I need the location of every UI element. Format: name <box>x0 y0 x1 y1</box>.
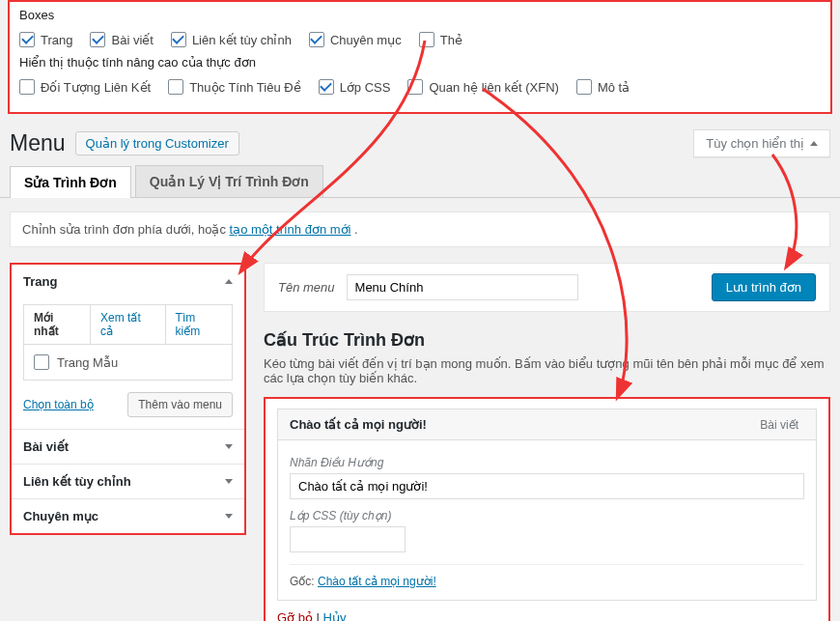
page-item-checkbox[interactable]: Trang Mẫu <box>34 354 222 370</box>
checkbox-icon <box>407 79 423 95</box>
mini-tab-recent[interactable]: Mới nhất <box>24 305 91 344</box>
info-bar: Chỉnh sửa trình đơn phía dưới, hoặc tạo … <box>10 212 830 247</box>
accordion-pages-title: Trang <box>23 274 57 289</box>
boxes-row: TrangBài viếtLiên kết tùy chỉnhChuyên mụ… <box>19 28 821 55</box>
accordion-posts-header[interactable]: Bài viết <box>12 430 244 464</box>
advanced-checkbox-label: Lớp CSS <box>340 80 391 95</box>
advanced-row: Đối Tượng Liên KếtThuộc Tính Tiêu ĐềLớp … <box>19 75 821 102</box>
add-to-menu-button[interactable]: Thêm vào menu <box>127 392 233 417</box>
checkbox-icon <box>19 79 35 95</box>
menu-editor-column: Tên menu Lưu trình đơn Cấu Trúc Trình Đơ… <box>264 263 830 621</box>
cancel-menu-item-link[interactable]: Hủy <box>323 610 347 621</box>
boxes-checkbox-0[interactable]: Trang <box>19 32 72 47</box>
menu-structure-desc: Kéo từng bài viết đến vị trí bạn mong mu… <box>264 356 830 385</box>
checkbox-icon <box>90 32 105 47</box>
tab-manage-locations[interactable]: Quản Lý Vị Trí Trình Đơn <box>135 165 323 197</box>
accordion-categories-header[interactable]: Chuyên mục <box>12 499 244 533</box>
boxes-checkbox-1[interactable]: Bài viết <box>90 32 153 47</box>
accordion-custom-links-header[interactable]: Liên kết tùy chỉnh <box>12 465 244 498</box>
nav-label-caption: Nhãn Điều Hướng <box>290 456 804 469</box>
menu-name-row: Tên menu Lưu trình đơn <box>264 263 830 312</box>
origin-link[interactable]: Chào tất cả mọi người! <box>318 575 436 588</box>
mini-panel: Trang Mẫu <box>23 344 233 381</box>
menu-structure-title: Cấu Trúc Trình Đơn <box>264 329 830 351</box>
advanced-checkbox-2[interactable]: Lớp CSS <box>319 79 391 95</box>
accordion-posts-title: Bài viết <box>23 439 69 454</box>
chevron-down-icon <box>225 479 233 484</box>
info-bar-text-prefix: Chỉnh sửa trình đơn phía dưới, hoặc <box>22 222 230 237</box>
accordion-pages-header[interactable]: Trang <box>12 265 244 298</box>
chevron-down-icon <box>225 444 233 449</box>
chevron-up-icon <box>225 279 233 284</box>
menu-item-actions: Gỡ bỏ | Hủy <box>277 610 817 621</box>
menu-item-header[interactable]: Chào tất cả mọi người! Bài viết <box>277 409 817 440</box>
mini-tabs: Mới nhất Xem tất cả Tìm kiếm <box>23 304 233 344</box>
boxes-checkbox-label: Liên kết tùy chỉnh <box>192 33 292 47</box>
chevron-up-icon <box>810 141 818 146</box>
advanced-checkbox-label: Quan hệ liên kết (XFN) <box>429 80 559 95</box>
menu-name-input[interactable] <box>347 274 578 300</box>
screen-options-toggle[interactable]: Tùy chọn hiển thị <box>693 129 830 157</box>
mini-tab-all[interactable]: Xem tất cả <box>91 305 166 344</box>
accordion-column: Trang Mới nhất Xem tất cả Tìm kiếm Trang… <box>10 263 246 535</box>
screen-options-panel: Boxes TrangBài viếtLiên kết tùy chỉnhChu… <box>8 0 832 114</box>
page-title: Menu <box>10 130 66 156</box>
boxes-checkbox-label: Bài viết <box>111 33 153 47</box>
checkbox-icon <box>171 32 186 47</box>
boxes-section-title: Boxes <box>19 8 821 22</box>
menu-name-label: Tên menu <box>278 280 335 295</box>
screen-options-toggle-label: Tùy chọn hiển thị <box>706 136 804 151</box>
menu-item-type: Bài viết <box>760 418 804 432</box>
accordion-posts: Bài viết <box>12 429 244 464</box>
origin-prefix: Gốc: <box>290 575 318 588</box>
advanced-checkbox-label: Mô tả <box>598 80 630 95</box>
menu-item-origin: Gốc: Chào tất cả mọi người! <box>290 564 804 588</box>
save-menu-button[interactable]: Lưu trình đơn <box>712 273 816 301</box>
checkbox-icon <box>34 354 49 370</box>
remove-menu-item-link[interactable]: Gỡ bỏ <box>277 610 313 621</box>
advanced-checkbox-3[interactable]: Quan hệ liên kết (XFN) <box>407 79 559 95</box>
tab-edit-menus[interactable]: Sửa Trình Đơn <box>10 166 131 198</box>
accordion-categories: Chuyên mục <box>12 498 244 533</box>
advanced-checkbox-0[interactable]: Đối Tượng Liên Kết <box>19 79 151 95</box>
checkbox-icon <box>168 79 183 95</box>
boxes-checkbox-label: Chuyên mục <box>330 33 402 47</box>
css-class-input[interactable] <box>290 526 406 552</box>
boxes-checkbox-4[interactable]: Thẻ <box>419 32 462 47</box>
chevron-down-icon <box>225 514 233 519</box>
accordion-categories-title: Chuyên mục <box>23 509 98 523</box>
info-bar-text-suffix: . <box>354 222 358 237</box>
advanced-checkbox-label: Đối Tượng Liên Kết <box>41 80 151 95</box>
main-columns: Trang Mới nhất Xem tất cả Tìm kiếm Trang… <box>0 247 840 621</box>
menu-item-body: Nhãn Điều Hướng Lớp CSS (tùy chọn) Gốc: … <box>277 440 817 601</box>
mini-tab-search[interactable]: Tìm kiếm <box>166 305 232 344</box>
checkbox-icon <box>319 79 334 95</box>
boxes-checkbox-label: Trang <box>41 33 72 47</box>
css-class-caption: Lớp CSS (tùy chọn) <box>290 509 804 522</box>
menu-item-title: Chào tất cả mọi người! <box>290 417 427 432</box>
menu-item: Chào tất cả mọi người! Bài viết Nhãn Điề… <box>264 397 830 621</box>
checkbox-icon <box>309 32 324 47</box>
advanced-section-title: Hiển thị thuộc tính nâng cao của thực đơ… <box>19 55 821 70</box>
create-menu-link[interactable]: tạo một trình đơn mới <box>230 222 351 237</box>
advanced-checkbox-label: Thuộc Tính Tiêu Đề <box>189 80 300 95</box>
nav-tabs: Sửa Trình Đơn Quản Lý Vị Trí Trình Đơn <box>0 165 840 198</box>
checkbox-icon <box>419 32 434 47</box>
accordion-custom-links-title: Liên kết tùy chỉnh <box>23 474 131 489</box>
boxes-checkbox-2[interactable]: Liên kết tùy chỉnh <box>171 32 292 47</box>
header-row: Menu Quản lý trong Customizer Tùy chọn h… <box>0 114 840 165</box>
accordion-pages: Trang Mới nhất Xem tất cả Tìm kiếm Trang… <box>12 265 244 429</box>
accordion-custom-links: Liên kết tùy chỉnh <box>12 464 244 498</box>
manage-customizer-button[interactable]: Quản lý trong Customizer <box>75 131 239 155</box>
advanced-checkbox-1[interactable]: Thuộc Tính Tiêu Đề <box>168 79 300 95</box>
select-all-link[interactable]: Chọn toàn bộ <box>23 398 94 411</box>
checkbox-icon <box>19 32 35 47</box>
nav-label-input[interactable] <box>290 473 804 499</box>
menu-item-type-label: Bài viết <box>760 418 798 432</box>
advanced-checkbox-4[interactable]: Mô tả <box>576 79 630 95</box>
boxes-checkbox-label: Thẻ <box>440 33 462 47</box>
page-item-label: Trang Mẫu <box>57 355 118 370</box>
checkbox-icon <box>576 79 592 95</box>
accordion-actions: Chọn toàn bộ Thêm vào menu <box>23 392 233 417</box>
boxes-checkbox-3[interactable]: Chuyên mục <box>309 32 402 47</box>
